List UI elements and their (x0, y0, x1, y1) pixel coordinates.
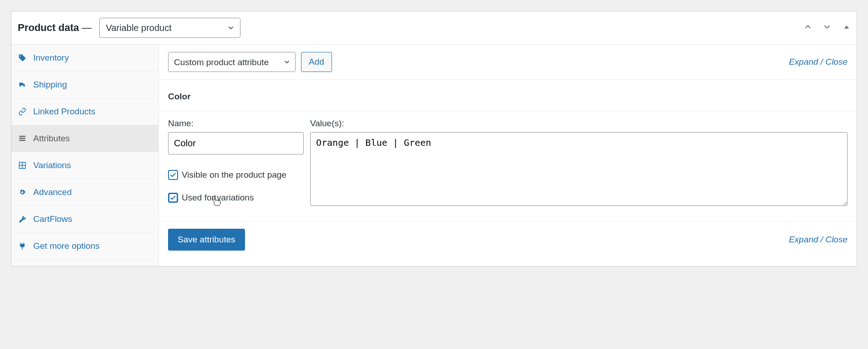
tab-label: Inventory (33, 53, 69, 63)
gear-icon (18, 188, 27, 196)
attribute-name-input[interactable] (168, 132, 304, 154)
attribute-row: Color Name: Visible on the product page (159, 79, 857, 221)
tab-shipping[interactable]: Shipping (11, 72, 158, 98)
attribute-values-textarea[interactable] (310, 132, 848, 206)
panel-body: Inventory Shipping Linked Products Attri… (11, 45, 857, 266)
tag-icon (18, 54, 27, 62)
panel-title-dash: — (79, 22, 92, 33)
attribute-row-title[interactable]: Color (159, 80, 857, 111)
product-data-tabs: Inventory Shipping Linked Products Attri… (11, 45, 159, 266)
panel-title-wrap: Product data — (18, 22, 92, 34)
plug-icon (18, 242, 27, 250)
list-icon (18, 134, 27, 143)
tab-variations[interactable]: Variations (11, 152, 158, 179)
svg-rect-2 (19, 138, 26, 139)
add-attribute-button[interactable]: Add (301, 52, 332, 72)
used-for-variations-label: Used for variations (182, 193, 254, 203)
tab-get-more-options[interactable]: Get more options (11, 233, 158, 260)
panel-move-up[interactable] (801, 20, 815, 36)
attribute-row-body: Name: Visible on the product page (159, 111, 857, 221)
tab-cartflows[interactable]: CartFlows (11, 206, 158, 233)
attribute-type-select[interactable]: Custom product attribute (168, 52, 296, 72)
name-label: Name: (168, 118, 304, 128)
svg-rect-1 (19, 136, 26, 137)
values-label: Value(s): (310, 118, 848, 128)
visible-checkbox-label: Visible on the product page (182, 170, 286, 180)
expand-close-top[interactable]: Expand / Close (789, 57, 848, 67)
tab-attributes[interactable]: Attributes (11, 125, 158, 152)
visible-checkbox[interactable] (168, 170, 178, 180)
tab-label: Get more options (33, 241, 100, 251)
tab-label: Advanced (33, 187, 72, 197)
panel-toggle[interactable] (839, 21, 850, 35)
link-icon (18, 108, 27, 116)
svg-marker-0 (844, 25, 849, 28)
product-type-select[interactable]: Variable product (99, 18, 240, 38)
tab-label: CartFlows (33, 214, 72, 224)
tab-linked-products[interactable]: Linked Products (11, 98, 158, 125)
panel-move-down[interactable] (820, 20, 834, 36)
tab-label: Attributes (33, 133, 70, 144)
tab-label: Shipping (33, 80, 67, 90)
save-attributes-button[interactable]: Save attributes (168, 229, 245, 251)
product-data-panel: Product data — Variable product (11, 11, 857, 267)
header-actions (801, 20, 850, 36)
wrench-icon (18, 215, 27, 223)
panel-title: Product data (18, 22, 79, 33)
grid-icon (18, 161, 27, 169)
truck-icon (18, 81, 27, 89)
tab-label: Linked Products (33, 107, 95, 117)
panel-header: Product data — Variable product (11, 11, 857, 45)
attributes-footer: Save attributes Expand / Close (159, 221, 857, 266)
tab-advanced[interactable]: Advanced (11, 179, 158, 206)
tab-label: Variations (33, 160, 71, 170)
expand-close-bottom[interactable]: Expand / Close (789, 235, 848, 245)
attributes-pane: Custom product attribute Add Expand / Cl… (159, 45, 857, 266)
product-type-select-wrap: Variable product (99, 18, 240, 38)
svg-rect-3 (19, 140, 26, 141)
attributes-toolbar: Custom product attribute Add Expand / Cl… (159, 45, 857, 79)
used-for-variations-checkbox[interactable] (168, 193, 178, 203)
tab-inventory[interactable]: Inventory (11, 45, 158, 72)
